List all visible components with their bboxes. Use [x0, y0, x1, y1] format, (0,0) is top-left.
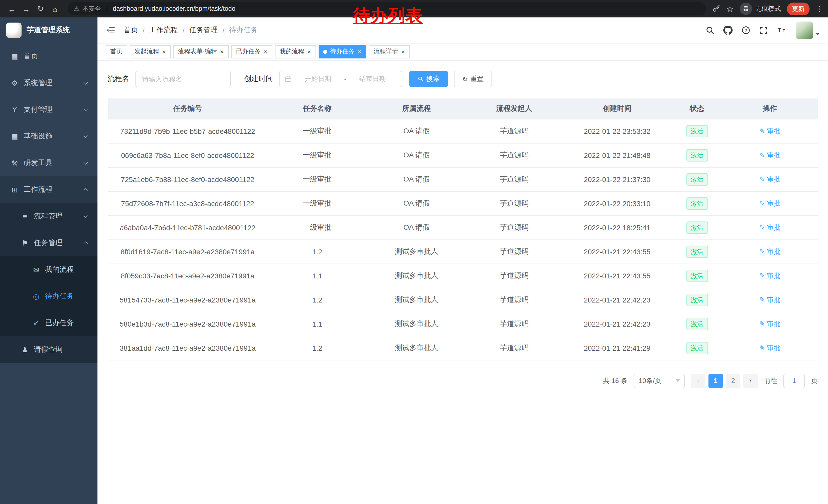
home-icon[interactable]: ⌂ [48, 2, 61, 15]
cell-name: 一级审批 [267, 191, 367, 215]
edit-icon: ✎ [759, 151, 765, 159]
url-text: dashboard.yudao.iocoder.cn/bpm/task/todo [113, 5, 236, 12]
edit-icon: ✎ [759, 199, 765, 207]
tab-label: 流程详情 [373, 47, 398, 56]
close-icon[interactable]: × [162, 48, 166, 55]
back-icon[interactable]: ← [5, 2, 18, 15]
cell-created_at: 2022-01-22 18:25:41 [562, 215, 672, 239]
close-icon[interactable]: × [263, 48, 268, 55]
goto-label: 前往 [764, 376, 777, 385]
star-icon[interactable]: ☆ [726, 4, 734, 13]
cell-action: ✎审批 [722, 143, 818, 167]
tab-process-detail[interactable]: 流程详情× [369, 45, 410, 58]
help-icon[interactable]: ? [741, 26, 750, 35]
process-name-input[interactable] [135, 71, 231, 87]
sidebar-item-todo-tasks[interactable]: ◎待办任务 [0, 283, 97, 310]
date-range-picker[interactable]: 开始日期 - 结束日期 [279, 71, 402, 87]
close-icon[interactable]: × [307, 48, 312, 55]
github-icon[interactable] [723, 26, 733, 35]
reset-button[interactable]: ↻ 重置 [454, 71, 492, 87]
sidebar-logo[interactable]: 芋道管理系统 [0, 17, 97, 43]
tab-home[interactable]: 首页 [106, 45, 127, 58]
edit-icon: ✎ [759, 344, 765, 352]
cell-action: ✎审批 [722, 239, 818, 264]
close-icon[interactable]: × [401, 48, 405, 55]
tab-todo-tasks[interactable]: 待办任务× [319, 45, 366, 58]
cell-process: 测试多审批人 [367, 288, 466, 312]
approve-link[interactable]: ✎审批 [759, 343, 780, 353]
page-size-select[interactable]: 10条/页 [633, 373, 685, 388]
column-header-created_at: 创建时间 [562, 98, 672, 119]
sidebar-item-label: 流程管理 [34, 212, 63, 221]
cell-initiator: 芋道源码 [466, 288, 562, 312]
chevron-down-icon [84, 134, 88, 138]
column-header-id: 任务编号 [108, 98, 267, 119]
close-icon[interactable]: × [357, 48, 362, 55]
sidebar-item-process-management[interactable]: ≡流程管理 [0, 203, 97, 230]
breadcrumb-item-home[interactable]: 首页 [124, 26, 138, 35]
cell-status: 激活 [672, 288, 722, 312]
cell-process: OA 请假 [367, 143, 466, 167]
sidebar-item-leave-query[interactable]: ♟请假查询 [0, 336, 97, 363]
sidebar-item-label: 已办任务 [45, 318, 74, 328]
sidebar-item-payment-management[interactable]: ¥支付管理 [0, 96, 97, 123]
cell-id: 58154733-7ac8-11ec-a9e2-a2380e71991a [108, 288, 267, 312]
breadcrumb-item-workflow[interactable]: 工作流程 [149, 26, 178, 35]
approve-link[interactable]: ✎审批 [759, 271, 780, 280]
reload-icon[interactable]: ↻ [34, 2, 47, 15]
page-content: 流程名 创建时间 开始日期 - 结束日期 [97, 60, 828, 504]
table-row: 8f059c03-7ac8-11ec-a9e2-a2380e71991a1.1测… [108, 264, 818, 288]
close-icon[interactable]: × [219, 48, 224, 55]
menu-dots-icon[interactable]: ⋮ [816, 5, 823, 13]
sidebar-item-done-tasks[interactable]: ✓已办任务 [0, 310, 97, 336]
approve-link[interactable]: ✎审批 [759, 247, 780, 256]
font-size-icon[interactable]: T T [777, 26, 787, 35]
cell-created_at: 2022-01-21 22:43:55 [562, 239, 672, 264]
update-button[interactable]: 更新 [787, 2, 810, 15]
approve-link[interactable]: ✎审批 [759, 295, 780, 304]
key-icon[interactable] [712, 5, 720, 13]
refresh-icon: ↻ [462, 75, 468, 83]
browser-actions: ☆ 无痕模式 更新 ⋮ [712, 2, 823, 15]
approve-link[interactable]: ✎审批 [759, 319, 780, 328]
sidebar-item-infrastructure[interactable]: ▤基础设施 [0, 123, 97, 150]
tab-done-tasks[interactable]: 已办任务× [232, 45, 273, 58]
goto-page-input[interactable] [783, 373, 805, 388]
approve-link[interactable]: ✎审批 [759, 126, 780, 136]
approve-link[interactable]: ✎审批 [759, 150, 780, 160]
forward-icon[interactable]: → [19, 2, 33, 15]
sidebar-item-my-process[interactable]: ✉我的流程 [0, 256, 97, 283]
cell-action: ✎审批 [722, 215, 818, 239]
sidebar-item-workflow[interactable]: ⊞工作流程 [0, 176, 97, 203]
gear-icon: ⚙ [10, 79, 19, 87]
process-name-label: 流程名 [108, 74, 129, 84]
user-avatar-dropdown[interactable] [796, 21, 820, 39]
sidebar-item-home[interactable]: ▦首页 [0, 43, 97, 70]
fullscreen-icon[interactable] [759, 26, 768, 35]
task-table: 任务编号任务名称所属流程流程发起人创建时间状态操作 73211d9d-7b9b-… [108, 98, 818, 360]
approve-link[interactable]: ✎审批 [759, 223, 780, 232]
tab-process-form-edit[interactable]: 流程表单-编辑× [173, 45, 229, 58]
incognito-label: 无痕模式 [755, 4, 781, 13]
prev-page-button[interactable]: ‹ [691, 373, 705, 388]
breadcrumb-item-task-management[interactable]: 任务管理 [189, 26, 218, 35]
cell-initiator: 芋道源码 [466, 167, 562, 191]
tabs-bar: 首页发起流程×流程表单-编辑×已办任务×我的流程×待办任务×流程详情× [97, 43, 828, 60]
column-header-status: 状态 [672, 98, 722, 119]
sidebar-item-task-management[interactable]: ⚑任务管理 [0, 230, 97, 256]
approve-link[interactable]: ✎审批 [759, 199, 780, 208]
search-button[interactable]: 搜索 [409, 71, 448, 87]
next-page-button[interactable]: › [743, 373, 758, 388]
cell-id: 580e1b3d-7ac8-11ec-a9e2-a2380e71991a [108, 312, 267, 336]
sidebar-collapse-icon[interactable] [106, 26, 116, 35]
page-button-1[interactable]: 1 [708, 373, 723, 388]
sidebar-item-system-management[interactable]: ⚙系统管理 [0, 70, 97, 96]
cell-id: 8f059c03-7ac8-11ec-a9e2-a2380e71991a [108, 264, 267, 288]
sidebar-item-dev-tools[interactable]: ⚒研发工具 [0, 150, 97, 176]
tab-launch-process[interactable]: 发起流程× [130, 45, 171, 58]
approve-link[interactable]: ✎审批 [759, 175, 780, 184]
edit-icon: ✎ [759, 175, 765, 183]
tab-my-process[interactable]: 我的流程× [275, 45, 316, 58]
page-button-2[interactable]: 2 [726, 373, 740, 388]
search-icon[interactable] [705, 26, 715, 35]
